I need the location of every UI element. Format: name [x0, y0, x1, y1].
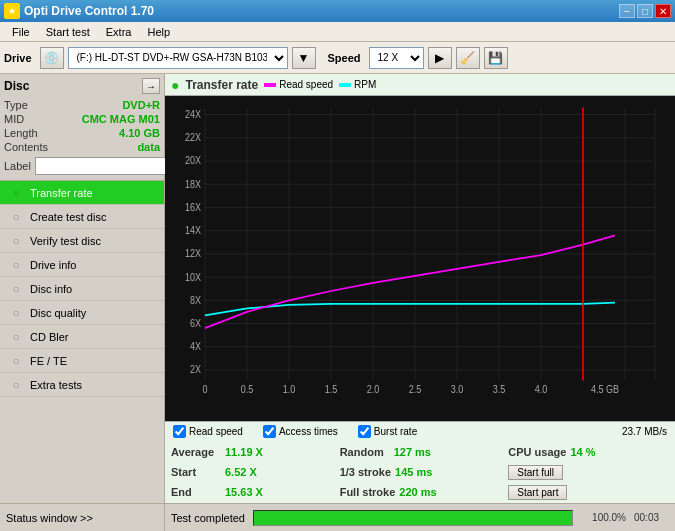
stat-end-label: End — [171, 486, 221, 498]
clear-button[interactable]: 🧹 — [456, 47, 480, 69]
legend-read-speed: Read speed — [264, 79, 333, 90]
stat-random-label: Random — [340, 446, 390, 458]
drive-label: Drive — [4, 52, 32, 64]
svg-text:18X: 18X — [185, 178, 201, 190]
window-controls: − □ ✕ — [619, 4, 671, 18]
cb-read-speed-input[interactable] — [173, 425, 186, 438]
nav-cd-bler[interactable]: ○ CD Bler — [0, 325, 164, 349]
svg-text:3.5: 3.5 — [493, 384, 506, 396]
content-area: ● Transfer rate Read speed RPM — [165, 74, 675, 503]
svg-text:6X: 6X — [190, 317, 201, 329]
progress-percent: 100.0% — [581, 512, 626, 523]
nav-verify-test-disc-label: Verify test disc — [30, 235, 101, 247]
start-full-button[interactable]: Start full — [508, 465, 563, 480]
legend-read-speed-label: Read speed — [279, 79, 333, 90]
disc-label-label: Label — [4, 160, 31, 172]
disc-arrow-button[interactable]: → — [142, 78, 160, 94]
stat-cpu-row: CPU usage 14 % — [508, 443, 669, 461]
nav-create-test-disc-label: Create test disc — [30, 211, 106, 223]
stat-start-row: Start 6.52 X — [171, 463, 332, 481]
create-test-disc-icon: ○ — [8, 209, 24, 225]
fe-te-icon: ○ — [8, 353, 24, 369]
cb-read-speed: Read speed — [173, 425, 243, 438]
menu-help[interactable]: Help — [139, 24, 178, 40]
svg-text:2.5: 2.5 — [409, 384, 422, 396]
stat-start-full-row: Start full — [508, 463, 669, 481]
nav-disc-info[interactable]: ○ Disc info — [0, 277, 164, 301]
disc-mid-row: MID CMC MAG M01 — [4, 112, 160, 126]
disc-length-value: 4.10 GB — [119, 127, 160, 139]
chart-title-icon: ● — [171, 77, 179, 93]
play-button[interactable]: ▶ — [428, 47, 452, 69]
stat-fullstroke-row: Full stroke 220 ms — [340, 483, 501, 501]
transfer-rate-icon: ● — [8, 185, 24, 201]
nav-drive-info-label: Drive info — [30, 259, 76, 271]
disc-section: Disc → Type DVD+R MID CMC MAG M01 Length… — [0, 74, 164, 181]
disc-length-row: Length 4.10 GB — [4, 126, 160, 140]
menu-bar: File Start test Extra Help — [0, 22, 675, 42]
svg-rect-0 — [165, 96, 675, 421]
nav-disc-quality[interactable]: ○ Disc quality — [0, 301, 164, 325]
status-window-button[interactable]: Status window >> — [0, 504, 165, 531]
speed-label: Speed — [328, 52, 361, 64]
nav-transfer-rate-label: Transfer rate — [30, 187, 93, 199]
drive-icon-btn: 💿 — [40, 47, 64, 69]
disc-label-input[interactable] — [35, 157, 166, 175]
app-title: Opti Drive Control 1.70 — [24, 4, 154, 18]
svg-text:1.0: 1.0 — [283, 384, 296, 396]
svg-text:8X: 8X — [190, 294, 201, 306]
nav-transfer-rate[interactable]: ● Transfer rate — [0, 181, 164, 205]
disc-type-value: DVD+R — [122, 99, 160, 111]
drive-arrow-btn[interactable]: ▼ — [292, 47, 316, 69]
speed-select[interactable]: 12 X — [369, 47, 424, 69]
disc-quality-icon: ○ — [8, 305, 24, 321]
stat-average-label: Average — [171, 446, 221, 458]
nav-extra-tests[interactable]: ○ Extra tests — [0, 373, 164, 397]
stats-area: Average 11.19 X Random 127 ms CPU usage … — [165, 441, 675, 503]
app-icon: ★ — [4, 3, 20, 19]
svg-text:0.5: 0.5 — [241, 384, 254, 396]
nav-create-test-disc[interactable]: ○ Create test disc — [0, 205, 164, 229]
menu-file[interactable]: File — [4, 24, 38, 40]
stat-cpu-label: CPU usage — [508, 446, 566, 458]
chart-title: Transfer rate — [185, 78, 258, 92]
svg-text:4.0: 4.0 — [535, 384, 548, 396]
drive-select[interactable]: (F:) HL-DT-ST DVD+-RW GSA-H73N B103 — [68, 47, 288, 69]
save-button[interactable]: 💾 — [484, 47, 508, 69]
cb-burst-rate: Burst rate — [358, 425, 417, 438]
nav-extra-tests-label: Extra tests — [30, 379, 82, 391]
stat-average-row: Average 11.19 X — [171, 443, 332, 461]
legend-read-speed-color — [264, 83, 276, 87]
title-bar: ★ Opti Drive Control 1.70 − □ ✕ — [0, 0, 675, 22]
minimize-button[interactable]: − — [619, 4, 635, 18]
disc-type-label: Type — [4, 99, 28, 111]
nav-verify-test-disc[interactable]: ○ Verify test disc — [0, 229, 164, 253]
burst-rate-value: 23.7 MB/s — [622, 426, 667, 437]
svg-text:4.5 GB: 4.5 GB — [591, 384, 619, 396]
menu-extra[interactable]: Extra — [98, 24, 140, 40]
stat-fullstroke-value: 220 ms — [399, 486, 436, 498]
cb-read-speed-label: Read speed — [189, 426, 243, 437]
elapsed-time: 00:03 — [634, 512, 669, 523]
svg-text:14X: 14X — [185, 224, 201, 236]
cb-access-times: Access times — [263, 425, 338, 438]
start-part-button[interactable]: Start part — [508, 485, 567, 500]
menu-start-test[interactable]: Start test — [38, 24, 98, 40]
chart-header: ● Transfer rate Read speed RPM — [165, 74, 675, 96]
extra-tests-icon: ○ — [8, 377, 24, 393]
stat-end-value: 15.63 X — [225, 486, 263, 498]
disc-type-row: Type DVD+R — [4, 98, 160, 112]
cb-access-times-input[interactable] — [263, 425, 276, 438]
nav-disc-info-label: Disc info — [30, 283, 72, 295]
maximize-button[interactable]: □ — [637, 4, 653, 18]
main-layout: Disc → Type DVD+R MID CMC MAG M01 Length… — [0, 74, 675, 503]
stat-onethird-row: 1/3 stroke 145 ms — [340, 463, 501, 481]
close-button[interactable]: ✕ — [655, 4, 671, 18]
svg-text:12X: 12X — [185, 248, 201, 260]
nav-fe-te[interactable]: ○ FE / TE — [0, 349, 164, 373]
cb-burst-rate-input[interactable] — [358, 425, 371, 438]
nav-drive-info[interactable]: ○ Drive info — [0, 253, 164, 277]
svg-text:20X: 20X — [185, 155, 201, 167]
stat-end-row: End 15.63 X — [171, 483, 332, 501]
status-bar: Status window >> Test completed 100.0% 0… — [0, 503, 675, 531]
